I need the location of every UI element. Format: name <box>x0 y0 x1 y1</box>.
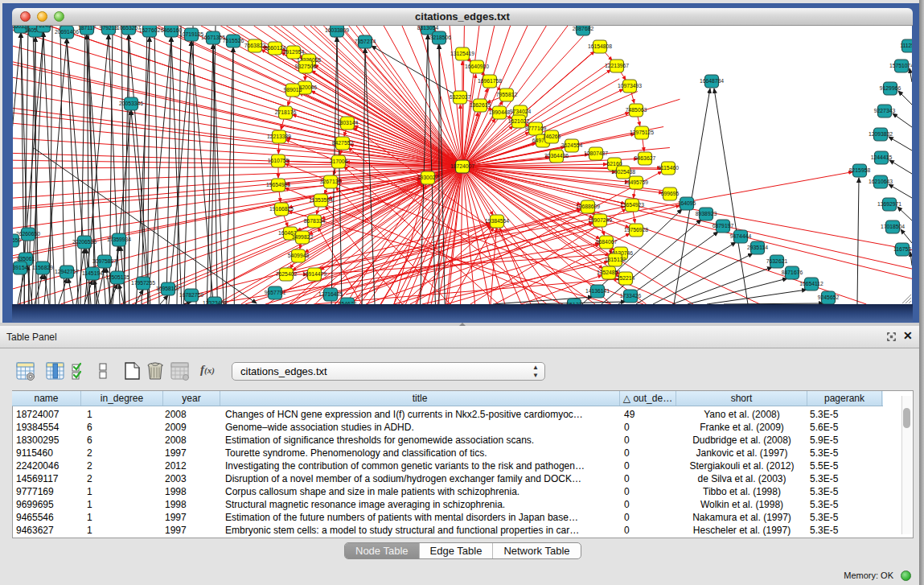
svg-text:7485063: 7485063 <box>626 107 647 113</box>
svg-text:9777169: 9777169 <box>525 126 547 131</box>
svg-text:111253: 111253 <box>900 43 912 48</box>
svg-text:9734024: 9734024 <box>510 109 532 114</box>
svg-text:1145194: 1145194 <box>82 270 103 276</box>
svg-text:16648784: 16648784 <box>700 78 724 84</box>
svg-text:9657791: 9657791 <box>265 290 286 295</box>
svg-text:9227343: 9227343 <box>874 108 896 113</box>
svg-text:10654112: 10654112 <box>799 281 823 286</box>
svg-text:2803144: 2803144 <box>337 120 359 126</box>
svg-text:14136141: 14136141 <box>585 288 610 294</box>
svg-text:13524851: 13524851 <box>597 270 621 275</box>
svg-text:10653257: 10653257 <box>117 26 141 31</box>
svg-text:8678334: 8678334 <box>304 218 326 224</box>
svg-text:9115460: 9115460 <box>658 165 679 171</box>
svg-text:19166825: 19166825 <box>269 206 294 212</box>
svg-text:8215958: 8215958 <box>849 167 871 173</box>
svg-text:19654983: 19654983 <box>266 182 290 187</box>
svg-text:10973493: 10973493 <box>618 83 642 89</box>
svg-text:17018504: 17018504 <box>881 224 905 229</box>
svg-text:116753: 116753 <box>893 246 911 252</box>
svg-text:30975887: 30975887 <box>92 258 117 264</box>
svg-text:252214: 252214 <box>617 275 635 281</box>
svg-text:13125419: 13125419 <box>450 51 474 56</box>
svg-text:989013: 989013 <box>284 87 302 93</box>
svg-text:1733426: 1733426 <box>620 293 642 299</box>
svg-text:5409948: 5409948 <box>288 253 310 258</box>
svg-text:13495759: 13495759 <box>624 179 648 185</box>
svg-text:2087682: 2087682 <box>573 26 594 31</box>
svg-text:1621022: 1621022 <box>508 118 530 124</box>
svg-text:13692971: 13692971 <box>877 201 901 207</box>
svg-text:12093832: 12093832 <box>869 131 893 137</box>
svg-text:19756928: 19756928 <box>624 227 648 233</box>
svg-text:7955812: 7955812 <box>496 92 518 97</box>
svg-text:18907249: 18907249 <box>588 217 612 223</box>
svg-text:16961758: 16961758 <box>478 78 502 84</box>
svg-text:8813054: 8813054 <box>417 26 439 31</box>
svg-text:16033809: 16033809 <box>325 27 349 33</box>
svg-text:7625402: 7625402 <box>276 271 298 277</box>
svg-text:39154: 39154 <box>13 265 28 270</box>
svg-text:2935114: 2935114 <box>747 245 768 250</box>
svg-text:16154808: 16154808 <box>588 43 612 49</box>
svg-text:10025438: 10025438 <box>611 169 635 175</box>
svg-text:3499822: 3499822 <box>292 234 314 240</box>
svg-text:1610755: 1610755 <box>268 158 290 163</box>
svg-text:699695: 699695 <box>661 191 680 196</box>
svg-text:1244415: 1244415 <box>871 154 893 160</box>
svg-text:9474444: 9474444 <box>730 233 752 239</box>
svg-text:20206536: 20206536 <box>72 239 97 245</box>
svg-text:12213967: 12213967 <box>605 63 629 68</box>
svg-text:164095: 164095 <box>678 200 696 206</box>
svg-text:16210643: 16210643 <box>869 179 893 184</box>
svg-text:26260650: 26260650 <box>16 231 40 237</box>
svg-text:9684067: 9684067 <box>596 239 618 245</box>
svg-text:3624554: 3624554 <box>561 142 583 148</box>
svg-text:9129966: 9129966 <box>880 85 901 91</box>
svg-text:10958107: 10958107 <box>156 286 180 291</box>
svg-text:9245652: 9245652 <box>818 295 840 300</box>
svg-text:16671355: 16671355 <box>201 35 225 40</box>
svg-text:9463627: 9463627 <box>634 155 656 161</box>
svg-text:10719185: 10719185 <box>179 31 203 37</box>
svg-text:1527602: 1527602 <box>139 27 161 33</box>
svg-text:7357274: 7357274 <box>355 39 376 44</box>
svg-text:835061: 835061 <box>17 256 35 262</box>
svg-text:12942757: 12942757 <box>55 269 79 274</box>
svg-text:2718176: 2718176 <box>275 109 297 115</box>
svg-text:16640910: 16640910 <box>465 64 489 69</box>
svg-text:12975125: 12975125 <box>630 130 654 135</box>
svg-text:1990448: 1990448 <box>489 109 511 115</box>
svg-text:3267130: 3267130 <box>320 179 342 184</box>
svg-text:20053346: 20053346 <box>119 101 143 106</box>
svg-text:10688609: 10688609 <box>576 204 600 209</box>
svg-text:746266: 746266 <box>543 134 561 139</box>
svg-text:6322037: 6322037 <box>450 94 471 100</box>
svg-text:979213: 979213 <box>100 26 118 31</box>
svg-text:13716485: 13716485 <box>318 291 343 297</box>
svg-text:8427552: 8427552 <box>332 140 354 146</box>
svg-text:8471676: 8471676 <box>782 270 803 275</box>
svg-text:13654923: 13654923 <box>620 202 644 208</box>
svg-text:11353594: 11353594 <box>309 197 333 203</box>
svg-text:317004: 317004 <box>330 159 348 164</box>
svg-text:9327505: 9327505 <box>295 64 317 69</box>
svg-text:187117: 187117 <box>78 26 96 31</box>
svg-text:12213389: 12213389 <box>267 134 291 139</box>
svg-text:7663822: 7663822 <box>244 43 266 48</box>
svg-text:1815132: 1815132 <box>605 257 626 262</box>
svg-text:16782759: 16782759 <box>179 292 203 298</box>
svg-text:7515526: 7515526 <box>223 38 244 43</box>
svg-text:6879197: 6879197 <box>713 223 734 229</box>
svg-text:10807487: 10807487 <box>584 150 608 156</box>
svg-text:17957255: 17957255 <box>131 280 155 286</box>
svg-text:76140: 76140 <box>36 26 51 28</box>
svg-text:12505135: 12505135 <box>105 274 129 280</box>
svg-text:1362615: 1362615 <box>470 102 491 108</box>
svg-text:17359934: 17359934 <box>107 237 131 242</box>
svg-text:16914479: 16914479 <box>302 271 326 277</box>
svg-text:20364436: 20364436 <box>544 153 569 159</box>
svg-text:1930027: 1930027 <box>417 175 439 180</box>
svg-text:3912954: 3912954 <box>283 49 305 55</box>
svg-text:260650: 260650 <box>13 237 22 243</box>
